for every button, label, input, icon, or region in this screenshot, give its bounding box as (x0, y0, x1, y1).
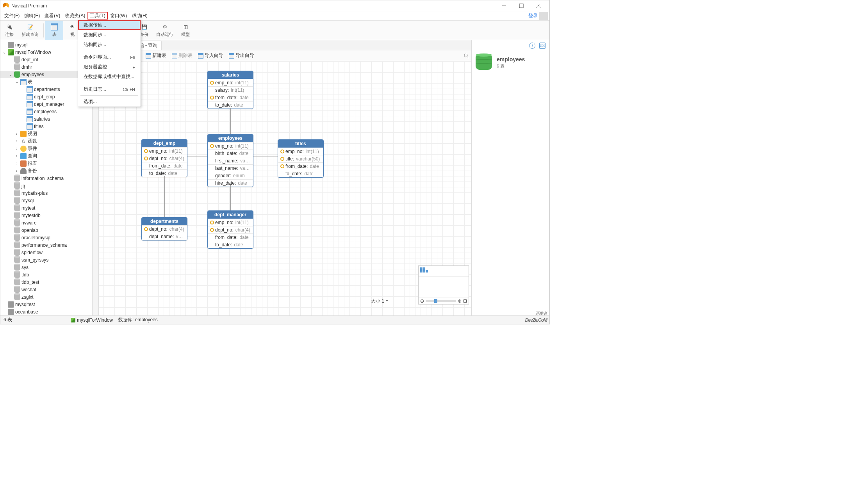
tree-item[interactable]: mysql (0, 197, 92, 204)
svg-line-5 (467, 57, 469, 58)
tree-item[interactable]: mybatis-plus (0, 189, 92, 197)
menu-item[interactable]: 数据传输... (78, 20, 141, 30)
entity-dept_manager[interactable]: dept_manageremp_no:int(11)dept_no:char(4… (207, 210, 253, 249)
tree-item[interactable]: ›报表 (0, 160, 92, 167)
tree-item[interactable]: tldb (0, 271, 92, 278)
tree-item[interactable]: ›查询 (0, 152, 92, 160)
entity-titles[interactable]: titlesemp_no:int(11)title:varchar(50)fro… (278, 139, 324, 178)
status-left: 6 表 (4, 317, 12, 323)
watermark: 开发者 DevZe.CoM (525, 311, 547, 323)
minimize-button[interactable] (496, 1, 513, 11)
menu-item[interactable]: 数据同步... (78, 30, 141, 40)
sql-icon[interactable]: DDL (539, 43, 546, 49)
avatar-icon[interactable] (539, 12, 548, 20)
tree-item[interactable]: oceanbase (0, 308, 92, 315)
entity-dept_emp[interactable]: dept_empemp_no:int(11)dept_no:char(4)fro… (141, 139, 187, 177)
tree-item[interactable]: titles (0, 123, 92, 130)
tree-item[interactable]: mytest (0, 204, 92, 212)
subtool-button[interactable]: 新建表 (143, 51, 169, 60)
app-logo-icon (3, 3, 9, 9)
toolbar-plug[interactable]: 🔌连接 (0, 21, 18, 40)
tree-item[interactable]: tldb_test (0, 278, 92, 286)
status-connection: mysqlForWindow (77, 317, 113, 323)
minimap[interactable]: ⊖ ⊕ ⊡ (418, 265, 469, 305)
svg-rect-1 (519, 4, 523, 8)
maximize-button[interactable] (513, 1, 530, 11)
tree-item[interactable]: ›事件 (0, 145, 92, 152)
subtool-button[interactable]: 导出向导 (226, 51, 257, 60)
window-controls (496, 1, 547, 11)
diagram-canvas[interactable]: salariesemp_no:int(11)salary:int(11)from… (93, 61, 471, 315)
tree-item[interactable]: mysqltest (0, 301, 92, 308)
menu-item[interactable]: 服务器监控▸ (78, 62, 141, 72)
sub-toolbar: 开表设计表新建表删除表导入向导导出向导 (93, 50, 471, 61)
tree-item[interactable]: openlab (0, 226, 92, 234)
tools-dropdown: 数据传输...数据同步...结构同步...命令列界面...F6服务器监控▸在数据… (78, 20, 141, 107)
toolbar-model[interactable]: ◫模型 (176, 21, 194, 40)
main-panel: 象* 无标题 - 查询 开表设计表新建表删除表导入向导导出向导 salaries… (93, 40, 471, 315)
info-title: employees (497, 56, 525, 62)
tree-item[interactable]: wechat (0, 286, 92, 293)
info-icon[interactable]: i (529, 43, 535, 49)
tree-item[interactable]: employees (0, 108, 92, 115)
menu-窗口(W)[interactable]: 窗口(W) (108, 12, 129, 20)
tree-item[interactable]: ›备份 (0, 167, 92, 175)
search-icon[interactable] (464, 53, 469, 59)
menu-item[interactable]: 结构同步... (78, 40, 141, 50)
toolbar-table[interactable]: 表 (45, 21, 63, 40)
tree-item[interactable]: jq (0, 182, 92, 189)
menu-帮助(H)[interactable]: 帮助(H) (129, 12, 150, 20)
toolbar-auto[interactable]: ⚙自动运行 (153, 21, 176, 40)
status-database: 数据库: employees (118, 317, 158, 323)
tree-item[interactable]: ssm_qyrssys (0, 256, 92, 264)
tree-item[interactable]: oracletomysql (0, 234, 92, 241)
close-button[interactable] (530, 1, 547, 11)
subtool-button[interactable]: 导入向导 (196, 51, 226, 60)
tree-item[interactable]: ›视图 (0, 130, 92, 137)
menu-item[interactable]: 命令列界面...F6 (78, 52, 141, 62)
menu-文件(F)[interactable]: 文件(F) (2, 12, 22, 20)
database-icon (476, 55, 492, 70)
menu-item[interactable]: 历史日志...Ctrl+H (78, 84, 141, 94)
tabstrip: 象* 无标题 - 查询 (93, 40, 471, 50)
login-link[interactable]: 登录 (528, 12, 538, 19)
statusbar: 6 表 mysqlForWindow 数据库: employees (0, 315, 549, 324)
tree-item[interactable]: sys (0, 264, 92, 271)
zoom-out-icon[interactable]: ⊖ (420, 298, 424, 304)
tree-item[interactable]: mytestdb (0, 212, 92, 219)
svg-point-4 (464, 54, 467, 57)
entity-employees[interactable]: employeesemp_no:int(11)birth_date:datefi… (207, 134, 253, 187)
tree-item[interactable]: spiderflow (0, 249, 92, 256)
tree-item[interactable]: zsglxt (0, 293, 92, 301)
connection-icon (71, 318, 75, 322)
tree-item[interactable]: salaries (0, 115, 92, 123)
zoom-in-icon[interactable]: ⊕ (458, 298, 462, 304)
menu-查看(V)[interactable]: 查看(V) (42, 12, 62, 20)
tree-item[interactable]: nvware (0, 219, 92, 226)
menu-item[interactable]: 在数据库或模式中查找... (78, 72, 141, 82)
info-panel: i DDL employees 6 表 (471, 40, 549, 315)
size-info: 大小 1 (371, 298, 389, 305)
menu-工具(T)[interactable]: 工具(T) (87, 12, 107, 20)
titlebar: Navicat Premium (0, 0, 549, 11)
zoom-slider[interactable] (426, 300, 456, 302)
menubar: 文件(F)编辑(E)查看(V)收藏夹(A)工具(T)窗口(W)帮助(H) 登录 … (0, 11, 549, 21)
tree-item[interactable]: information_schema (0, 175, 92, 182)
zoom-fit-icon[interactable]: ⊡ (463, 298, 467, 304)
tree-item[interactable]: performance_schema (0, 241, 92, 249)
tree-item[interactable]: ›fx函数 (0, 137, 92, 145)
entity-departments[interactable]: departmentsdept_no:char(4)dept_name:varc… (141, 217, 187, 240)
entity-salaries[interactable]: salariesemp_no:int(11)salary:int(11)from… (207, 71, 253, 109)
subtool-button: 删除表 (169, 51, 195, 60)
info-subtitle: 6 表 (497, 63, 525, 69)
window-title: Navicat Premium (11, 3, 47, 9)
menu-收藏夹(A)[interactable]: 收藏夹(A) (62, 12, 87, 20)
toolbar-query-new[interactable]: 📝新建查询 (18, 21, 42, 40)
app-window: Navicat Premium 文件(F)编辑(E)查看(V)收藏夹(A)工具(… (0, 0, 550, 324)
menu-编辑(E)[interactable]: 编辑(E) (22, 12, 42, 20)
menu-item[interactable]: 选项... (78, 97, 141, 107)
